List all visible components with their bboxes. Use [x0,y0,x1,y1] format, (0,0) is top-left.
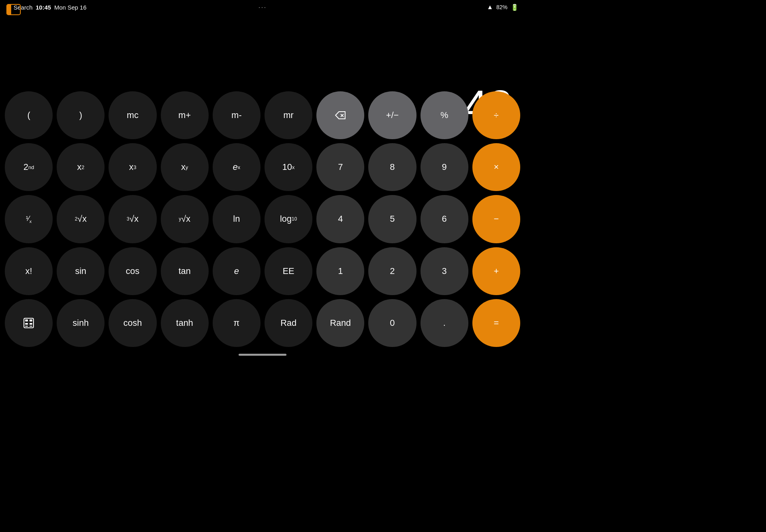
svg-rect-4 [30,319,32,321]
status-time: 10:45 [36,4,51,11]
btn-log10[interactable]: log10 [265,195,312,243]
btn-sqrt[interactable]: 2√x [57,195,105,243]
btn-calculator-icon[interactable] [5,299,53,347]
btn-one[interactable]: 1 [316,247,364,295]
status-left: ◀ Search 10:45 Mon Sep 16 [6,4,259,11]
btn-nine[interactable]: 9 [421,143,468,191]
btn-six[interactable]: 6 [421,195,468,243]
btn-tanh[interactable]: tanh [161,299,209,347]
btn-zero[interactable]: 0 [368,299,416,347]
btn-pi[interactable]: π [213,299,261,347]
btn-e-power-x[interactable]: ex [213,143,261,191]
btn-rand[interactable]: Rand [316,299,364,347]
calculator-grid: ()mcm+m-mr +/−%÷2ndx2x3xyex10x789×¹⁄x2√x… [5,91,520,347]
btn-one-over-x[interactable]: ¹⁄x [5,195,53,243]
btn-four[interactable]: 4 [316,195,364,243]
calc-row-3: x!sincostaneEE123+ [5,247,520,295]
btn-memory-recall[interactable]: mr [265,91,312,139]
status-right: ▲ 82% 🔋 [267,4,519,11]
svg-rect-5 [25,323,28,325]
btn-backspace[interactable] [316,91,364,139]
btn-two[interactable]: 2 [368,247,416,295]
status-center: ··· [259,3,267,12]
btn-multiply[interactable]: × [472,143,520,191]
btn-second[interactable]: 2nd [5,143,53,191]
calc-row-1: 2ndx2x3xyex10x789× [5,143,520,191]
calc-row-2: ¹⁄x2√x3√xy√xlnlog10456− [5,195,520,243]
calc-row-4: sinhcoshtanhπRadRand0.= [5,299,520,347]
svg-rect-8 [30,326,32,327]
btn-close-paren[interactable]: ) [57,91,105,139]
btn-cbrt[interactable]: 3√x [109,195,156,243]
btn-y-root-x[interactable]: y√x [161,195,209,243]
btn-open-paren[interactable]: ( [5,91,53,139]
btn-ln[interactable]: ln [213,195,261,243]
btn-x-squared[interactable]: x2 [57,143,105,191]
svg-rect-7 [25,326,28,327]
btn-plus-minus[interactable]: +/− [368,91,416,139]
btn-memory-clear[interactable]: mc [109,91,156,139]
calc-row-0: ()mcm+m-mr +/−%÷ [5,91,520,139]
btn-divide[interactable]: ÷ [472,91,520,139]
btn-sinh[interactable]: sinh [57,299,105,347]
btn-memory-add[interactable]: m+ [161,91,209,139]
btn-seven[interactable]: 7 [316,143,364,191]
btn-cosh[interactable]: cosh [109,299,156,347]
wifi-icon: ▲ [487,4,493,11]
btn-x-cubed[interactable]: x3 [109,143,156,191]
btn-add[interactable]: + [472,247,520,295]
svg-rect-6 [30,323,32,325]
btn-five[interactable]: 5 [368,195,416,243]
btn-decimal[interactable]: . [421,299,468,347]
btn-memory-subtract[interactable]: m- [213,91,261,139]
btn-eight[interactable]: 8 [368,143,416,191]
btn-three[interactable]: 3 [421,247,468,295]
home-indicator [239,354,286,356]
more-dots: ··· [259,3,267,12]
status-bar: ◀ Search 10:45 Mon Sep 16 ··· ▲ 82% 🔋 [0,0,525,14]
battery-icon: 🔋 [511,4,519,11]
btn-ee[interactable]: EE [265,247,312,295]
btn-euler[interactable]: e [213,247,261,295]
btn-subtract[interactable]: − [472,195,520,243]
btn-x-power-y[interactable]: xy [161,143,209,191]
btn-percent[interactable]: % [421,91,468,139]
sidebar-toggle-button[interactable] [6,4,21,15]
status-date: Mon Sep 16 [54,4,87,11]
btn-tan[interactable]: tan [161,247,209,295]
svg-rect-3 [25,319,28,321]
btn-cos[interactable]: cos [109,247,156,295]
btn-rad[interactable]: Rad [265,299,312,347]
btn-ten-power-x[interactable]: 10x [265,143,312,191]
btn-factorial[interactable]: x! [5,247,53,295]
btn-sin[interactable]: sin [57,247,105,295]
battery-percent: 82% [496,4,507,10]
btn-equals[interactable]: = [472,299,520,347]
